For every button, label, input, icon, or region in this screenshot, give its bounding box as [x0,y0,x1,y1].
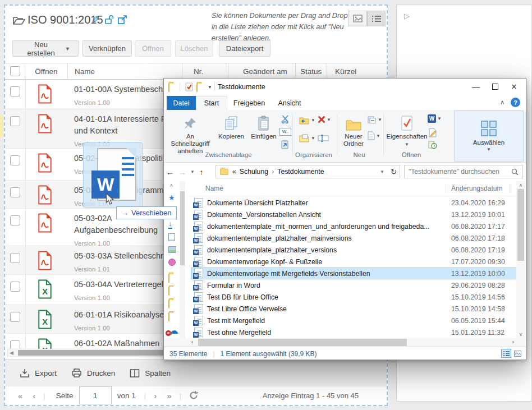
scroll-left-icon[interactable]: ◀ [10,350,13,356]
nav-scroll-up-icon[interactable]: ∧ [169,182,173,188]
file-row[interactable]: dokumententemplate_platzhalter_versions0… [191,244,519,256]
cut-icon[interactable] [281,114,290,124]
paste-shortcut-icon[interactable] [281,139,289,149]
help-icon[interactable]: ? [511,98,520,107]
file-list-horizontal-scrollbar[interactable]: ‹ › [164,338,525,347]
row-checkbox[interactable] [10,187,20,197]
file-row[interactable]: Test Libre Office Verweise15.10.2019 14:… [191,303,519,315]
tab-freigeben[interactable]: Freigeben [227,96,271,110]
file-export-button[interactable]: Dateiexport [219,40,270,57]
pictures-icon[interactable] [168,246,176,253]
column-open[interactable]: Öffnen [25,63,68,79]
address-box[interactable]: « Schulung › Testdokumente ▼ [215,165,388,178]
back-button[interactable]: ← [164,168,176,177]
column-nr[interactable]: Nr. [182,63,228,79]
select-button[interactable]: Auswählen ▼ [454,110,524,162]
file-row-selected[interactable]: Dokumentenvorlage mit Mergefields Versio… [191,268,519,279]
file-row[interactable]: Test DB für Libre Office15.10.2019 14:56 [191,291,519,303]
external-link-icon[interactable] [117,15,127,25]
downloads-icon[interactable]: ↓ [168,219,172,229]
music-icon[interactable] [168,259,176,266]
refresh-icon[interactable] [189,390,199,400]
file-row[interactable]: dokumententemplate_mit_normen_und_anford… [191,220,519,232]
file-row[interactable]: Test mit Mergefield06.05.2019 15:44 [191,315,519,326]
column-kuerzel[interactable]: Kürzel [327,63,383,79]
list-view-button[interactable] [367,11,386,26]
row-checkbox[interactable] [10,155,20,165]
scrollbar-thumb[interactable] [517,189,524,261]
qat-customize-icon[interactable]: ▼ [208,85,212,90]
details-view-button[interactable] [501,349,511,358]
edit-pencil-icon[interactable]: ✎ [91,14,99,26]
up-button[interactable]: ↑ [196,168,207,177]
move-to-icon[interactable]: ▼ [299,116,315,125]
last-page-button[interactable]: » [162,391,176,400]
export-button[interactable]: Export [20,368,57,378]
row-checkbox[interactable] [10,215,20,225]
explorer-window[interactable]: ▼ Testdokumente — × Datei Start Freigebe… [163,78,526,360]
qat-new-folder-icon[interactable] [196,84,198,91]
link-button[interactable]: Verknüpfen [82,40,132,57]
column-date[interactable]: Änderungsdatum [451,185,502,192]
next-page-button[interactable]: › [149,391,162,400]
new-item-icon[interactable]: ▼ [367,131,380,140]
expand-panel-icon[interactable]: ▷ [404,12,410,20]
nav-folder-icon[interactable] [168,300,169,308]
image-view-button[interactable] [348,11,367,26]
pin-quick-access-button[interactable]: An Schnellzugriffanheften [166,112,214,155]
file-list-vertical-scrollbar[interactable]: ∧ ∨ [516,181,525,338]
print-button[interactable]: Drucken [71,368,115,378]
edit-document-icon[interactable] [428,128,437,137]
scroll-down-icon[interactable]: ∨ [516,331,525,337]
nav-folder-icon[interactable] [168,274,169,282]
row-checkbox[interactable] [10,253,20,263]
copy-path-icon[interactable]: W.. [279,128,291,136]
row-checkbox[interactable] [10,312,20,322]
qat-properties-icon[interactable] [185,82,193,91]
column-name[interactable]: Name [68,63,182,79]
tab-start[interactable]: Start [196,96,227,110]
open-with-word-icon[interactable]: W▼ [428,114,442,123]
breadcrumb-testdokumente[interactable]: Testdokumente [277,168,324,176]
navigation-pane[interactable]: ∧ ★ ↓ ☁× ∨ [164,181,189,338]
row-checkbox[interactable] [10,86,20,96]
scroll-right-icon[interactable]: › [512,339,514,345]
title-bar[interactable]: ▼ Testdokumente — × [164,79,526,96]
copy-button[interactable]: Kopieren [215,112,247,140]
nav-scrollbar[interactable] [180,181,185,338]
quick-access-icon[interactable]: ★ [168,194,175,202]
history-dropdown-icon[interactable]: ▼ [189,169,196,174]
paste-button[interactable]: Einfügen [248,112,279,140]
nav-folder-icon[interactable] [168,287,169,295]
nav-folder-icon[interactable] [168,313,169,321]
row-checkbox[interactable] [10,340,20,349]
nav-scroll-down-icon[interactable]: ∨ [169,330,173,336]
forward-button[interactable]: → [176,168,189,177]
refresh-address-icon[interactable]: ↻ [388,165,400,178]
open-button[interactable]: Öffnen [135,40,171,57]
address-dropdown-icon[interactable]: ▼ [380,169,384,174]
page-input[interactable] [79,386,112,404]
tab-datei[interactable]: Datei [167,96,196,110]
easy-access-icon[interactable]: ▼ [367,116,382,124]
row-checkbox[interactable] [10,116,20,126]
first-page-button[interactable]: « [13,391,27,400]
rename-icon[interactable] [318,135,329,142]
maximize-button[interactable] [485,79,505,95]
properties-button[interactable]: Eigenschaften ▼ [387,112,426,148]
column-status[interactable]: Status [296,63,327,79]
file-row[interactable]: Dokumente_Versionstabellen Ansicht13.12.… [191,209,519,220]
row-checkbox[interactable] [10,282,20,292]
file-row[interactable]: dokumententemplate_platzhalter_mainversi… [191,232,519,244]
collapse-ribbon-icon[interactable]: ∧ [500,99,505,106]
tab-ansicht[interactable]: Ansicht [271,96,308,110]
file-row[interactable]: Formular in Word29.06.2019 08:28 [191,279,519,291]
unlock-icon[interactable] [104,15,114,25]
file-row[interactable]: Test ohne Mergefield15.01.2019 11:32 [191,326,519,338]
history-icon[interactable] [428,140,437,149]
minimize-button[interactable]: — [466,79,485,95]
delete-button[interactable]: Löschen [175,40,213,57]
new-folder-button[interactable]: NeuerOrdner [340,112,367,148]
file-row[interactable]: Dokumente Übersicht Platzhalter23.04.202… [191,197,519,209]
column-name[interactable]: Name [205,185,223,192]
